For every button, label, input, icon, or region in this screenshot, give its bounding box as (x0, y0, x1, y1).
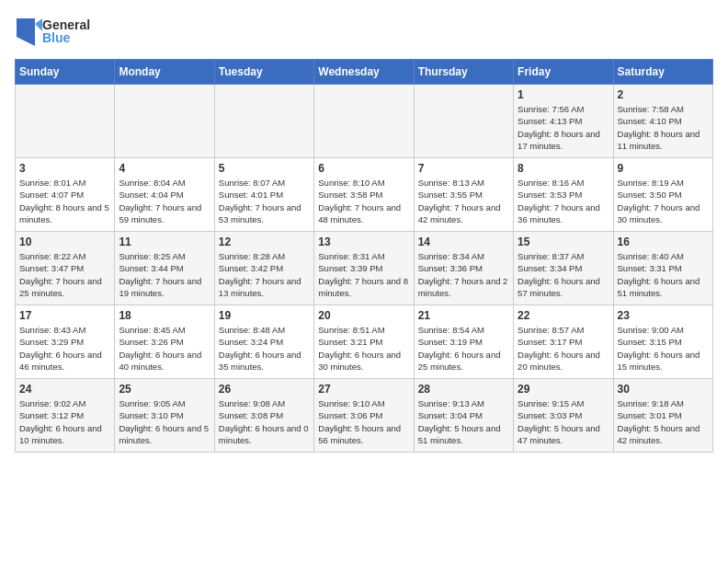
day-number: 19 (219, 309, 310, 322)
calendar-day-cell: 19Sunrise: 8:48 AM Sunset: 3:24 PM Dayli… (214, 305, 313, 379)
calendar-table: SundayMondayTuesdayWednesdayThursdayFrid… (15, 59, 713, 453)
calendar-day-cell: 29Sunrise: 9:15 AM Sunset: 3:03 PM Dayli… (514, 379, 613, 453)
empty-day-cell (414, 85, 513, 158)
calendar-day-cell: 26Sunrise: 9:08 AM Sunset: 3:08 PM Dayli… (214, 379, 313, 453)
day-number: 8 (518, 162, 609, 175)
weekday-header-row: SundayMondayTuesdayWednesdayThursdayFrid… (16, 60, 713, 85)
weekday-header-tuesday: Tuesday (214, 60, 313, 85)
day-info: Sunrise: 8:57 AM Sunset: 3:17 PM Dayligh… (518, 324, 609, 373)
weekday-header-wednesday: Wednesday (314, 60, 414, 85)
day-number: 24 (19, 383, 110, 396)
day-info: Sunrise: 9:00 AM Sunset: 3:15 PM Dayligh… (618, 324, 709, 373)
day-info: Sunrise: 8:13 AM Sunset: 3:55 PM Dayligh… (418, 177, 509, 225)
weekday-header-friday: Friday (514, 60, 613, 85)
day-number: 13 (318, 236, 409, 248)
weekday-header-saturday: Saturday (613, 60, 712, 85)
calendar-week-row: 17Sunrise: 8:43 AM Sunset: 3:29 PM Dayli… (16, 305, 713, 379)
day-number: 25 (119, 383, 210, 396)
day-number: 23 (618, 309, 709, 322)
calendar-day-cell: 25Sunrise: 9:05 AM Sunset: 3:10 PM Dayli… (115, 379, 214, 453)
logo-svg: GeneralBlue (15, 15, 97, 50)
calendar-day-cell: 8Sunrise: 8:16 AM Sunset: 3:53 PM Daylig… (514, 158, 613, 232)
empty-day-cell (115, 85, 214, 158)
day-info: Sunrise: 8:45 AM Sunset: 3:26 PM Dayligh… (119, 324, 210, 373)
calendar-day-cell: 9Sunrise: 8:19 AM Sunset: 3:50 PM Daylig… (613, 158, 712, 232)
calendar-day-cell: 7Sunrise: 8:13 AM Sunset: 3:55 PM Daylig… (414, 158, 513, 232)
calendar-day-cell: 10Sunrise: 8:22 AM Sunset: 3:47 PM Dayli… (16, 232, 115, 305)
day-number: 22 (518, 309, 609, 322)
empty-day-cell (214, 85, 313, 158)
svg-marker-0 (17, 18, 35, 46)
day-info: Sunrise: 8:51 AM Sunset: 3:21 PM Dayligh… (318, 324, 409, 373)
calendar-day-cell: 2Sunrise: 7:58 AM Sunset: 4:10 PM Daylig… (613, 85, 712, 158)
day-number: 3 (19, 162, 110, 175)
calendar-day-cell: 23Sunrise: 9:00 AM Sunset: 3:15 PM Dayli… (613, 305, 712, 379)
calendar-day-cell: 4Sunrise: 8:04 AM Sunset: 4:04 PM Daylig… (115, 158, 214, 232)
day-number: 20 (318, 309, 409, 322)
day-info: Sunrise: 8:16 AM Sunset: 3:53 PM Dayligh… (518, 177, 609, 225)
day-info: Sunrise: 8:22 AM Sunset: 3:47 PM Dayligh… (19, 250, 110, 299)
calendar-day-cell: 30Sunrise: 9:18 AM Sunset: 3:01 PM Dayli… (613, 379, 712, 453)
svg-text:Blue: Blue (42, 30, 71, 45)
day-info: Sunrise: 9:18 AM Sunset: 3:01 PM Dayligh… (618, 397, 709, 446)
day-info: Sunrise: 8:01 AM Sunset: 4:07 PM Dayligh… (19, 177, 110, 225)
day-info: Sunrise: 9:10 AM Sunset: 3:06 PM Dayligh… (318, 397, 409, 446)
calendar-day-cell: 13Sunrise: 8:31 AM Sunset: 3:39 PM Dayli… (314, 232, 414, 305)
calendar-day-cell: 11Sunrise: 8:25 AM Sunset: 3:44 PM Dayli… (115, 232, 214, 305)
day-info: Sunrise: 8:19 AM Sunset: 3:50 PM Dayligh… (618, 177, 709, 225)
calendar-day-cell: 6Sunrise: 8:10 AM Sunset: 3:58 PM Daylig… (314, 158, 414, 232)
day-number: 30 (618, 383, 709, 396)
logo: GeneralBlue (15, 15, 97, 50)
day-number: 2 (618, 88, 709, 101)
day-info: Sunrise: 9:08 AM Sunset: 3:08 PM Dayligh… (219, 397, 310, 446)
day-info: Sunrise: 9:13 AM Sunset: 3:04 PM Dayligh… (418, 397, 509, 446)
calendar-week-row: 10Sunrise: 8:22 AM Sunset: 3:47 PM Dayli… (16, 232, 713, 305)
day-number: 6 (318, 162, 409, 175)
day-info: Sunrise: 8:04 AM Sunset: 4:04 PM Dayligh… (119, 177, 210, 225)
day-number: 29 (518, 383, 609, 396)
day-info: Sunrise: 8:25 AM Sunset: 3:44 PM Dayligh… (119, 250, 210, 299)
day-info: Sunrise: 9:02 AM Sunset: 3:12 PM Dayligh… (19, 397, 110, 446)
day-number: 18 (119, 309, 210, 322)
calendar-day-cell: 3Sunrise: 8:01 AM Sunset: 4:07 PM Daylig… (16, 158, 115, 232)
day-info: Sunrise: 8:31 AM Sunset: 3:39 PM Dayligh… (318, 250, 409, 299)
calendar-day-cell: 18Sunrise: 8:45 AM Sunset: 3:26 PM Dayli… (115, 305, 214, 379)
day-info: Sunrise: 8:54 AM Sunset: 3:19 PM Dayligh… (418, 324, 509, 373)
day-number: 4 (119, 162, 210, 175)
day-info: Sunrise: 9:15 AM Sunset: 3:03 PM Dayligh… (518, 397, 609, 446)
day-number: 17 (19, 309, 110, 322)
calendar-day-cell: 17Sunrise: 8:43 AM Sunset: 3:29 PM Dayli… (16, 305, 115, 379)
day-number: 9 (618, 162, 709, 175)
calendar-day-cell: 21Sunrise: 8:54 AM Sunset: 3:19 PM Dayli… (414, 305, 513, 379)
day-info: Sunrise: 8:28 AM Sunset: 3:42 PM Dayligh… (219, 250, 310, 299)
calendar-day-cell: 24Sunrise: 9:02 AM Sunset: 3:12 PM Dayli… (16, 379, 115, 453)
calendar-week-row: 1Sunrise: 7:56 AM Sunset: 4:13 PM Daylig… (16, 85, 713, 158)
svg-marker-1 (35, 18, 42, 31)
day-number: 5 (219, 162, 310, 175)
day-number: 27 (318, 383, 409, 396)
weekday-header-monday: Monday (115, 60, 214, 85)
day-number: 14 (418, 236, 509, 248)
calendar-week-row: 24Sunrise: 9:02 AM Sunset: 3:12 PM Dayli… (16, 379, 713, 453)
empty-day-cell (16, 85, 115, 158)
day-info: Sunrise: 8:37 AM Sunset: 3:34 PM Dayligh… (518, 250, 609, 299)
calendar-day-cell: 27Sunrise: 9:10 AM Sunset: 3:06 PM Dayli… (314, 379, 414, 453)
calendar-day-cell: 20Sunrise: 8:51 AM Sunset: 3:21 PM Dayli… (314, 305, 414, 379)
day-info: Sunrise: 8:48 AM Sunset: 3:24 PM Dayligh… (219, 324, 310, 373)
day-info: Sunrise: 7:56 AM Sunset: 4:13 PM Dayligh… (518, 103, 609, 152)
day-info: Sunrise: 8:43 AM Sunset: 3:29 PM Dayligh… (19, 324, 110, 373)
calendar-day-cell: 5Sunrise: 8:07 AM Sunset: 4:01 PM Daylig… (214, 158, 313, 232)
calendar-day-cell: 22Sunrise: 8:57 AM Sunset: 3:17 PM Dayli… (514, 305, 613, 379)
day-info: Sunrise: 8:34 AM Sunset: 3:36 PM Dayligh… (418, 250, 509, 299)
calendar-week-row: 3Sunrise: 8:01 AM Sunset: 4:07 PM Daylig… (16, 158, 713, 232)
day-info: Sunrise: 9:05 AM Sunset: 3:10 PM Dayligh… (119, 397, 210, 446)
header: GeneralBlue (15, 15, 713, 50)
day-number: 26 (219, 383, 310, 396)
calendar-day-cell: 12Sunrise: 8:28 AM Sunset: 3:42 PM Dayli… (214, 232, 313, 305)
calendar-day-cell: 16Sunrise: 8:40 AM Sunset: 3:31 PM Dayli… (613, 232, 712, 305)
day-number: 28 (418, 383, 509, 396)
empty-day-cell (314, 85, 414, 158)
day-number: 10 (19, 236, 110, 248)
day-number: 12 (219, 236, 310, 248)
day-number: 7 (418, 162, 509, 175)
